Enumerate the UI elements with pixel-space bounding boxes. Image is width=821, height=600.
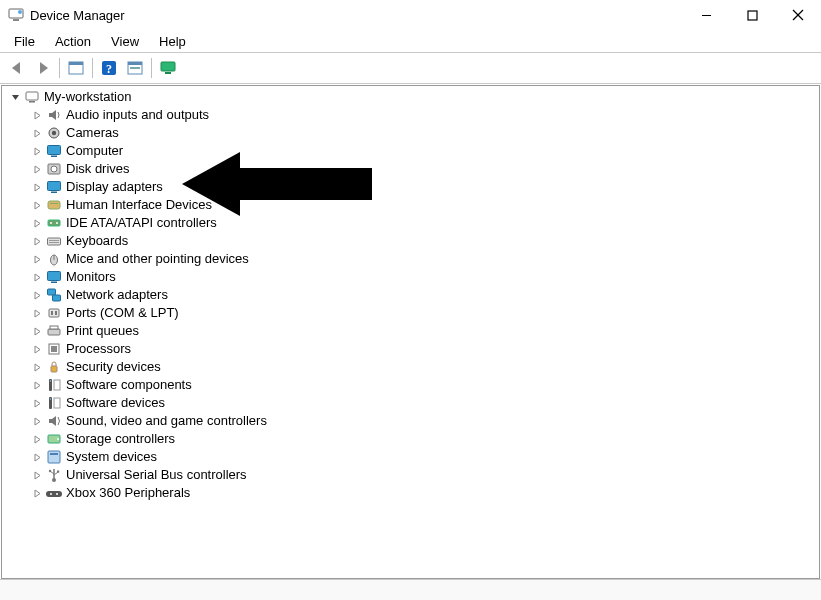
chevron-right-icon[interactable] bbox=[30, 378, 44, 392]
keyboard-icon bbox=[46, 233, 62, 249]
svg-rect-31 bbox=[48, 182, 61, 191]
chevron-right-icon[interactable] bbox=[30, 468, 44, 482]
tree-node[interactable]: Processors bbox=[8, 340, 819, 358]
show-hide-icon[interactable] bbox=[64, 56, 88, 80]
chevron-right-icon[interactable] bbox=[30, 486, 44, 500]
chevron-right-icon[interactable] bbox=[30, 108, 44, 122]
tree-node[interactable]: Human Interface Devices bbox=[8, 196, 819, 214]
chevron-right-icon[interactable] bbox=[30, 288, 44, 302]
chevron-right-icon[interactable] bbox=[30, 342, 44, 356]
tree-node[interactable]: Xbox 360 Peripherals bbox=[8, 484, 819, 502]
cpu-icon bbox=[46, 341, 62, 357]
software-icon bbox=[46, 377, 62, 393]
forward-icon[interactable] bbox=[31, 56, 55, 80]
svg-rect-68 bbox=[54, 380, 60, 390]
tree-node-label: Universal Serial Bus controllers bbox=[66, 466, 247, 484]
svg-marker-33 bbox=[35, 202, 40, 209]
tree-node[interactable]: Storage controllers bbox=[8, 430, 819, 448]
chevron-right-icon[interactable] bbox=[30, 252, 44, 266]
tree-node[interactable]: Network adapters bbox=[8, 286, 819, 304]
disk-icon bbox=[46, 161, 62, 177]
chevron-right-icon[interactable] bbox=[30, 414, 44, 428]
svg-rect-26 bbox=[51, 156, 57, 158]
svg-marker-27 bbox=[35, 166, 40, 173]
svg-rect-13 bbox=[130, 67, 140, 69]
tree-node[interactable]: IDE ATA/ATAPI controllers bbox=[8, 214, 819, 232]
svg-rect-72 bbox=[54, 398, 60, 408]
menu-file[interactable]: File bbox=[4, 32, 45, 51]
scan-hardware-icon[interactable] bbox=[123, 56, 147, 80]
tree-node-label: Cameras bbox=[66, 124, 119, 142]
svg-rect-58 bbox=[48, 329, 60, 335]
tree-root-node[interactable]: My-workstation bbox=[8, 88, 819, 106]
svg-rect-15 bbox=[165, 72, 171, 74]
chevron-right-icon[interactable] bbox=[30, 180, 44, 194]
minimize-button[interactable] bbox=[683, 0, 729, 30]
tree-node[interactable]: System devices bbox=[8, 448, 819, 466]
svg-marker-78 bbox=[35, 454, 40, 461]
chevron-right-icon[interactable] bbox=[30, 306, 44, 320]
tree-node[interactable]: Display adapters bbox=[8, 178, 819, 196]
svg-point-86 bbox=[49, 470, 51, 472]
tree-node[interactable]: Print queues bbox=[8, 322, 819, 340]
tree-node[interactable]: Mice and other pointing devices bbox=[8, 250, 819, 268]
tree-node[interactable]: Security devices bbox=[8, 358, 819, 376]
monitor-icon[interactable] bbox=[156, 56, 180, 80]
svg-rect-18 bbox=[29, 101, 35, 103]
menu-action[interactable]: Action bbox=[45, 32, 101, 51]
tree-node[interactable]: Monitors bbox=[8, 268, 819, 286]
tree-node-label: Xbox 360 Peripherals bbox=[66, 484, 190, 502]
tree-node[interactable]: Audio inputs and outputs bbox=[8, 106, 819, 124]
svg-rect-25 bbox=[48, 146, 61, 155]
tree-node[interactable]: Disk drives bbox=[8, 160, 819, 178]
tree-node-label: Processors bbox=[66, 340, 131, 358]
tree-area: My-workstationAudio inputs and outputsCa… bbox=[1, 85, 820, 579]
close-button[interactable] bbox=[775, 0, 821, 30]
tree-node-label: Storage controllers bbox=[66, 430, 175, 448]
chevron-right-icon[interactable] bbox=[30, 324, 44, 338]
svg-rect-4 bbox=[748, 11, 757, 20]
svg-marker-60 bbox=[35, 346, 40, 353]
svg-marker-21 bbox=[35, 130, 40, 137]
svg-rect-34 bbox=[48, 201, 60, 209]
svg-point-2 bbox=[18, 10, 22, 14]
tree-node[interactable]: Keyboards bbox=[8, 232, 819, 250]
chevron-right-icon[interactable] bbox=[30, 144, 44, 158]
usb-icon bbox=[46, 467, 62, 483]
chevron-right-icon[interactable] bbox=[30, 432, 44, 446]
tree-node[interactable]: Software components bbox=[8, 376, 819, 394]
chevron-right-icon[interactable] bbox=[30, 396, 44, 410]
chevron-right-icon[interactable] bbox=[30, 450, 44, 464]
svg-marker-75 bbox=[35, 436, 40, 443]
chevron-right-icon[interactable] bbox=[30, 126, 44, 140]
back-icon[interactable] bbox=[5, 56, 29, 80]
tree-node-label: Ports (COM & LPT) bbox=[66, 304, 179, 322]
svg-rect-87 bbox=[57, 471, 59, 473]
chevron-right-icon[interactable] bbox=[30, 198, 44, 212]
chevron-right-icon[interactable] bbox=[30, 216, 44, 230]
svg-marker-40 bbox=[35, 238, 40, 245]
tree-node[interactable]: Cameras bbox=[8, 124, 819, 142]
chevron-right-icon[interactable] bbox=[30, 234, 44, 248]
tree-node[interactable]: Sound, video and game controllers bbox=[8, 412, 819, 430]
svg-rect-1 bbox=[13, 19, 19, 21]
tree-node[interactable]: Universal Serial Bus controllers bbox=[8, 466, 819, 484]
chevron-right-icon[interactable] bbox=[30, 162, 44, 176]
tree-node-label: Mice and other pointing devices bbox=[66, 250, 249, 268]
tree-node[interactable]: Computer bbox=[8, 142, 819, 160]
svg-rect-49 bbox=[51, 282, 57, 284]
svg-point-77 bbox=[57, 438, 59, 440]
software-icon bbox=[46, 395, 62, 411]
chevron-right-icon[interactable] bbox=[30, 360, 44, 374]
hid-icon bbox=[46, 197, 62, 213]
menu-help[interactable]: Help bbox=[149, 32, 196, 51]
help-icon[interactable]: ? bbox=[97, 56, 121, 80]
menu-view[interactable]: View bbox=[101, 32, 149, 51]
chevron-right-icon[interactable] bbox=[30, 270, 44, 284]
tree-node[interactable]: Software devices bbox=[8, 394, 819, 412]
maximize-button[interactable] bbox=[729, 0, 775, 30]
chevron-down-icon[interactable] bbox=[8, 90, 22, 104]
svg-marker-24 bbox=[35, 148, 40, 155]
device-tree[interactable]: My-workstationAudio inputs and outputsCa… bbox=[2, 86, 819, 502]
tree-node[interactable]: Ports (COM & LPT) bbox=[8, 304, 819, 322]
